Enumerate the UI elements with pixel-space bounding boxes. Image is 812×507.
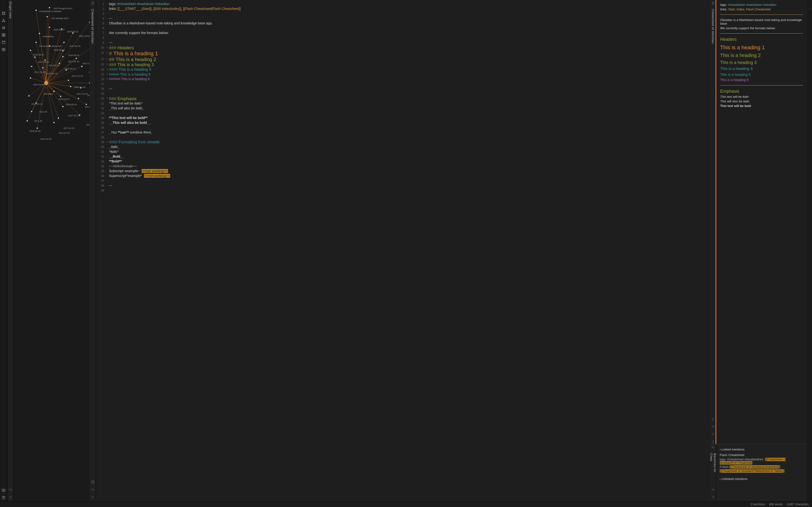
editor-line[interactable]: 5Obsidian is a Markdown-based note-takin… (96, 21, 707, 26)
editor-line[interactable]: 32__Bold__ (96, 155, 707, 159)
graph-canvas[interactable]: 2020-06-072020-06-10diary_template_backu… (14, 0, 90, 507)
editor-line[interactable]: 28 (96, 135, 707, 140)
link-icon[interactable] (711, 425, 715, 429)
graph-tab-title[interactable]: Graph view (9, 1, 12, 18)
editor-line[interactable]: 39 (96, 188, 707, 193)
close-icon[interactable] (711, 495, 715, 500)
editor-line[interactable]: 2links: [[___START___|Start]], [[000 Ind… (96, 7, 707, 12)
editor-line[interactable]: 8 (96, 36, 707, 41)
backlink-line[interactable]: A flash [[Cheatsheet of obsidian|cheatsh… (720, 465, 803, 469)
editor-line[interactable]: 17 (96, 82, 707, 87)
editor-line[interactable]: 16▾###### This is a heading 6 (96, 77, 707, 82)
svg-line-66 (46, 45, 90, 83)
editor-content[interactable]: 1tags: #cheatsheet #markdown #obsidian2l… (96, 0, 710, 507)
editor-line[interactable]: 3 (96, 12, 707, 16)
svg-line-42 (46, 70, 66, 83)
editor-line[interactable]: 12▾## This is a heading 2 (96, 57, 707, 62)
preview-h6: This is a heading 6 (720, 78, 803, 82)
backlink-line[interactable]: tags: #cheatsheet #obsidianlinks: [[Chea… (720, 458, 803, 464)
editor-line[interactable]: 6 (96, 26, 707, 31)
svg-rect-11 (2, 34, 3, 35)
editor-line[interactable]: 25__This will also be bold__ (96, 121, 707, 125)
editor-line[interactable]: 15▾##### This is a heading 5 (96, 72, 707, 77)
svg-point-21 (4, 499, 4, 499)
linked-mentions-header[interactable]: Linked mentions (720, 448, 803, 451)
vault-icon[interactable] (1, 488, 6, 493)
editor-line[interactable]: 36Superscript^example^ ==not working== (96, 174, 707, 179)
editor-line[interactable]: 20▾### Emphasis (96, 96, 707, 101)
editor-line[interactable]: 11▾# This is a heading 1 (96, 50, 707, 57)
editor-line[interactable]: 4--- (96, 16, 707, 21)
preview-tab-title[interactable]: Cheatsheet of obsidian (711, 9, 715, 44)
calendar-icon[interactable] (1, 40, 6, 44)
preview-content[interactable]: tags: #cheatsheet #markdown #obsidian li… (716, 0, 807, 444)
link-icon[interactable] (9, 488, 12, 492)
editor-line[interactable]: 21*This text will be italic* (96, 101, 707, 106)
editor-line[interactable]: 38--- (96, 183, 707, 188)
svg-line-54 (46, 83, 86, 105)
editor-line[interactable]: 7We currently support the formats below: (96, 31, 707, 36)
editor-line[interactable]: 29▾#### Formatting from vimwiki (96, 140, 707, 145)
editor-line[interactable]: 10▾### Headers (96, 45, 707, 50)
editor-line[interactable]: 1tags: #cheatsheet #markdown #obsidian (96, 2, 707, 7)
editor-tab-title[interactable]: Cheatsheet of obsidian (91, 9, 95, 44)
svg-point-85 (68, 80, 69, 81)
link-icon[interactable] (711, 488, 715, 492)
preview-h2: This is a heading 2 (720, 53, 803, 58)
link-flash[interactable]: Flash Cheatsheet (746, 7, 771, 11)
preview-intro2: We currently support the formats below: (720, 26, 803, 30)
editor-line[interactable]: 9--- (96, 41, 707, 45)
editor-line[interactable]: 33**Bold** (96, 159, 707, 164)
editor-line[interactable]: 23 (96, 111, 707, 116)
svg-point-17 (3, 50, 4, 50)
close-icon[interactable] (711, 433, 715, 437)
more-icon[interactable] (711, 440, 715, 444)
backlinks-content[interactable]: Linked mentions Flash Cheatsheet tags: #… (716, 444, 807, 507)
editor-line[interactable]: 31*Italic* (96, 150, 707, 155)
editor-line[interactable]: 14▾#### This is a heading 4 (96, 67, 707, 72)
editor-line[interactable]: 18--- (96, 87, 707, 92)
editor-tab-header: Cheatsheet of obsidian (90, 0, 96, 507)
link-index[interactable]: Index (737, 7, 744, 11)
editor-line[interactable]: 24**This text will be bold** (96, 116, 707, 121)
editor-line[interactable]: 34~~Strikethrough~~ (96, 164, 707, 169)
editor-pane: Cheatsheet of obsidian 1tags: #cheatshee… (90, 0, 710, 507)
svg-line-39 (32, 66, 46, 83)
svg-line-62 (36, 10, 46, 83)
editor-line[interactable]: 26 (96, 125, 707, 130)
status-backlinks[interactable]: 3 backlinks (751, 503, 765, 506)
daily-note-icon[interactable] (1, 47, 6, 52)
quick-switcher-icon[interactable] (1, 11, 6, 15)
preview-h-headers: Headers (720, 37, 803, 42)
svg-point-77 (75, 58, 77, 59)
editor-line[interactable]: 37 (96, 179, 707, 183)
template-icon[interactable] (1, 33, 6, 37)
edit-icon[interactable] (711, 417, 715, 421)
editor-line[interactable]: 35Subscript~example~ ==not working== (96, 169, 707, 174)
editor-line[interactable]: 22_This will also be italic_ (96, 106, 707, 111)
editor-line[interactable]: 19 (96, 92, 707, 96)
svg-point-102 (49, 7, 50, 8)
graph-view-icon[interactable] (1, 18, 6, 23)
svg-line-27 (46, 29, 62, 83)
close-icon[interactable] (91, 495, 95, 500)
link-icon (711, 446, 715, 450)
preview-icon[interactable] (91, 481, 95, 485)
backlink-file[interactable]: Flash Cheatsheet (720, 453, 803, 457)
backlinks-tab-title[interactable]: Backlinks for Chea (710, 453, 717, 481)
backlink-line[interactable]: [[Cheatsheet of obsidian#Tables|How to T… (720, 469, 803, 473)
unlinked-mentions-header[interactable]: Unlinked mentions (720, 477, 803, 481)
graph-pane: Graph view 2020-06-072020-06-10diary_tem… (7, 0, 90, 507)
editor-line[interactable]: 30_Italic_ (96, 145, 707, 150)
svg-point-90 (60, 96, 61, 97)
close-icon[interactable] (9, 495, 12, 500)
svg-point-108 (44, 81, 48, 85)
collapse-right-icon[interactable] (807, 0, 812, 507)
editor-line[interactable]: 13▾### This is a heading 3 (96, 62, 707, 67)
svg-point-100 (58, 118, 59, 119)
help-icon[interactable] (1, 495, 6, 500)
link-icon[interactable] (91, 488, 95, 492)
link-start[interactable]: Start (728, 7, 735, 11)
editor-line[interactable]: 27_You **can** combine them_ (96, 130, 707, 135)
backlinks-icon[interactable] (1, 25, 6, 30)
